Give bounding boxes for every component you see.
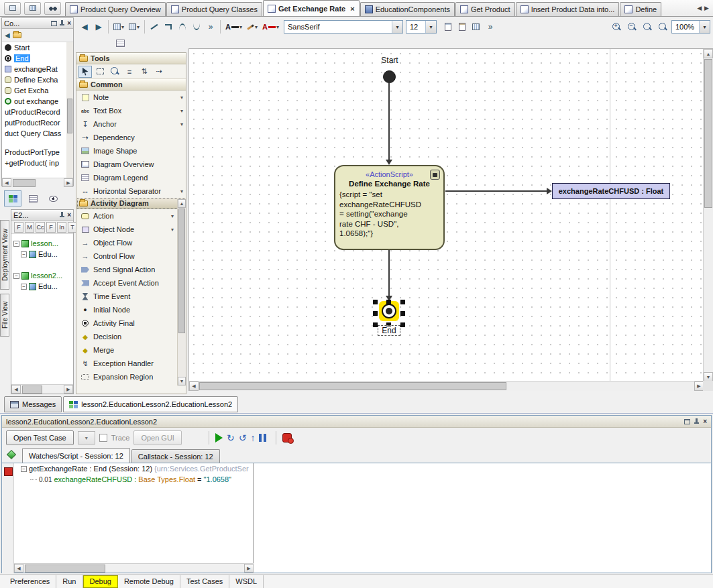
- font-color-button[interactable]: A▾: [223, 19, 244, 34]
- session-select[interactable]: ▾: [78, 431, 95, 445]
- palette-item-accept-event[interactable]: Accept Event Action: [76, 276, 176, 290]
- scroll-right-icon[interactable]: ▶: [694, 381, 704, 391]
- watch-root-row[interactable]: − getExchangeRate : End (Session: 12) {u…: [14, 463, 253, 474]
- scrollbar-thumb[interactable]: [25, 565, 105, 573]
- layout-button[interactable]: [24, 2, 41, 15]
- object-node-exchangeratechfusd[interactable]: exchangeRateCHFUSD : Float: [552, 183, 670, 199]
- tab-callstack[interactable]: Callstack - Session: 12: [131, 449, 220, 463]
- tab-debug[interactable]: Debug: [83, 575, 118, 588]
- palette-item-control-flow[interactable]: →Control Flow: [76, 249, 176, 263]
- collapse-icon[interactable]: −: [13, 273, 19, 279]
- palette-item-object-flow[interactable]: →Object Flow: [76, 236, 176, 249]
- palette-item-decision[interactable]: ◆Decision: [76, 330, 176, 343]
- scroll-up-icon[interactable]: ▲: [178, 199, 186, 208]
- filter-button-3[interactable]: Cc: [36, 222, 45, 233]
- combo-arrow-icon[interactable]: ▾: [392, 21, 402, 33]
- tab-product-query-overview[interactable]: Product Query Overview: [65, 2, 166, 16]
- dropdown-icon[interactable]: ▾: [180, 188, 183, 194]
- filter-button-1[interactable]: F: [14, 222, 23, 233]
- restart-session-icon[interactable]: ↻: [227, 433, 235, 443]
- collapse-icon[interactable]: −: [13, 241, 19, 247]
- tree-item-get-exchange[interactable]: Get Excha: [2, 85, 73, 96]
- scrollbar-thumb[interactable]: [67, 99, 72, 133]
- filter-button-5[interactable]: In: [57, 222, 66, 233]
- zoom-fit-button[interactable]: [656, 19, 670, 34]
- pause-icon[interactable]: [259, 434, 266, 442]
- scrollbar-thumb[interactable]: [22, 386, 42, 394]
- selection-handle[interactable]: [400, 311, 405, 316]
- tab-wsdl[interactable]: WSDL: [229, 575, 264, 588]
- path-curved-button[interactable]: [176, 19, 189, 34]
- tree-item-edu-2[interactable]: − Edu...: [21, 282, 58, 290]
- insert-table-button[interactable]: [470, 19, 483, 34]
- scroll-down-icon[interactable]: ▼: [178, 377, 186, 386]
- palette-item-object-node[interactable]: Object Node▾: [76, 223, 176, 236]
- palette-item-time-event[interactable]: Time Event: [76, 290, 176, 303]
- palette-item-dependency[interactable]: ⇢Dependency: [76, 131, 186, 144]
- palette-item-action[interactable]: Action▾: [76, 209, 176, 223]
- selection-handle[interactable]: [400, 300, 405, 304]
- tab-messages[interactable]: Messages: [4, 396, 62, 412]
- scroll-tabs-right-icon[interactable]: ▶: [704, 5, 709, 11]
- tab-remote-debug[interactable]: Remote Debug: [118, 575, 180, 588]
- trace-checkbox[interactable]: [99, 434, 107, 442]
- palette-vscrollbar[interactable]: ▲ ▼: [177, 199, 186, 386]
- selection-handle[interactable]: [400, 322, 405, 327]
- table-view-button[interactable]: [24, 190, 42, 207]
- insert-shape-button[interactable]: [455, 19, 469, 34]
- palette-item-initial-node[interactable]: ●Initial Node: [76, 303, 176, 316]
- palette-item-horizontal-separator[interactable]: --Horizontal Separator▾: [76, 184, 186, 198]
- tree-item-edu-1[interactable]: − Edu...: [21, 250, 58, 258]
- object-flow-edge[interactable]: [445, 190, 547, 192]
- pen-color-button[interactable]: ▾: [245, 19, 260, 34]
- terminate-session-icon[interactable]: [282, 433, 292, 443]
- swimlane-button[interactable]: ▾: [111, 19, 126, 34]
- selection-handle[interactable]: [386, 300, 391, 304]
- tab-get-product[interactable]: Get Product: [455, 2, 515, 16]
- path-rectilinear-button[interactable]: [162, 19, 175, 34]
- open-test-case-button[interactable]: Open Test Case: [6, 430, 74, 445]
- diagram-structure-button[interactable]: [113, 38, 127, 49]
- tab-session-lesson2[interactable]: lesson2.EducationLesson2.EducationLesson…: [63, 396, 238, 412]
- path-oblique-button[interactable]: [148, 19, 161, 34]
- marquee-tool-button[interactable]: [93, 66, 107, 78]
- dropdown-icon[interactable]: ▾: [180, 121, 183, 127]
- tree-item-lesson2[interactable]: − lesson2...: [13, 272, 62, 280]
- tab-get-exchange-rate[interactable]: Get Exchange Rate ×: [263, 0, 360, 16]
- filter-button-4[interactable]: F: [46, 222, 56, 233]
- dropdown-icon[interactable]: ▾: [180, 95, 183, 101]
- insert-diagram-button[interactable]: [441, 19, 455, 34]
- dropdown-icon[interactable]: ▾: [171, 227, 174, 233]
- control-flow-start-to-action[interactable]: [388, 83, 390, 160]
- containment-hscrollbar[interactable]: ◀ ▶: [2, 178, 73, 187]
- containment-vscrollbar[interactable]: [66, 42, 73, 178]
- tab-test-cases[interactable]: Test Cases: [180, 575, 229, 588]
- close-panel-icon[interactable]: ×: [67, 20, 71, 27]
- dropdown-icon[interactable]: ▾: [239, 24, 242, 30]
- collapse-icon[interactable]: −: [21, 466, 27, 472]
- scroll-right-icon[interactable]: ▶: [64, 178, 73, 187]
- palette-item-activity-final[interactable]: Activity Final: [76, 316, 176, 330]
- close-tab-icon[interactable]: ×: [350, 5, 354, 13]
- palette-item-exception-handler[interactable]: ↯Exception Handler: [76, 357, 176, 370]
- tab-deployment-view[interactable]: Deployment View: [0, 220, 9, 290]
- scroll-tabs-left-icon[interactable]: ◀: [697, 5, 702, 11]
- zoom-level-select[interactable]: 100% ▾: [671, 20, 710, 34]
- run-icon[interactable]: [215, 433, 223, 443]
- filter-button-2[interactable]: M: [25, 222, 34, 233]
- tree-item-lesson[interactable]: − lesson...: [13, 239, 58, 247]
- combo-arrow-icon[interactable]: ▾: [425, 21, 436, 33]
- close-panel-icon[interactable]: ×: [703, 418, 707, 425]
- tab-product-query-classes[interactable]: Product Query Classes: [166, 2, 262, 16]
- reorder-tool-button[interactable]: ⇅: [138, 66, 151, 78]
- tree-item-exchangerate[interactable]: exchangeRat: [2, 64, 73, 74]
- watch-variable-row[interactable]: 0.01 exchangeRateCHFUSD: Base Types.Floa…: [14, 474, 253, 485]
- canvas-hscrollbar[interactable]: ◀ ▶: [189, 381, 704, 391]
- test-tree-hscrollbar[interactable]: ◀ ▶: [11, 384, 73, 394]
- tree-item-product-query-classes[interactable]: duct Query Class: [2, 128, 73, 139]
- palette-item-text-box[interactable]: abcText Box▾: [76, 104, 186, 117]
- scroll-up-icon[interactable]: ▲: [704, 49, 713, 58]
- scroll-left-icon[interactable]: ◀: [14, 564, 23, 573]
- scroll-left-icon[interactable]: ◀: [11, 385, 21, 394]
- link-tool-button[interactable]: ⇢: [152, 66, 166, 78]
